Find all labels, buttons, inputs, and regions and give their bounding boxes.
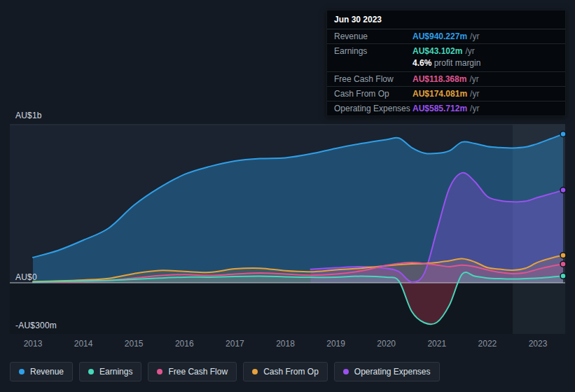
- legend-item-cash-from-op[interactable]: Cash From Op: [243, 362, 328, 382]
- legend-item-earnings[interactable]: Earnings: [79, 362, 141, 382]
- tooltip-row-cash-from-op: Cash From OpAU$174.081m/yr: [327, 86, 565, 101]
- free-cash-flow-endpoint-marker[interactable]: [560, 261, 566, 267]
- legend-label: Cash From Op: [263, 367, 319, 377]
- y-axis-label-neg300m: -AU$300m: [15, 321, 57, 330]
- operating-expenses-endpoint-marker[interactable]: [560, 188, 566, 193]
- legend-color-dot: [252, 369, 258, 374]
- x-axis-label-2014: 2014: [67, 339, 100, 349]
- x-axis-label-2013: 2013: [16, 339, 50, 349]
- tooltip-metric-value: AU$43.102m: [413, 46, 462, 57]
- plot-bg-negative: [10, 283, 565, 334]
- tooltip-row-revenue: RevenueAU$940.227m/yr: [327, 29, 565, 43]
- profit-margin-label: profit margin: [431, 58, 480, 68]
- tooltip-metric-suffix: /yr: [469, 74, 478, 85]
- tooltip-profit-margin: 4.6% profit margin: [327, 58, 565, 71]
- legend-label: Free Cash Flow: [168, 367, 228, 377]
- chart-tooltip: Jun 30 2023 RevenueAU$940.227m/yrEarning…: [326, 10, 566, 116]
- x-axis-label-2017: 2017: [218, 339, 251, 349]
- tooltip-metric-value: AU$940.227m: [413, 31, 467, 42]
- tooltip-row-operating-expenses: Operating ExpensesAU$585.712m/yr: [327, 101, 565, 115]
- y-axis-label-1b: AU$1b: [15, 111, 42, 120]
- tooltip-rows: RevenueAU$940.227m/yrEarningsAU$43.102m/…: [327, 29, 565, 115]
- tooltip-metric-suffix: /yr: [470, 89, 479, 99]
- x-axis-label-2023: 2023: [521, 339, 555, 349]
- tooltip-metric-label: Free Cash Flow: [334, 74, 413, 85]
- x-axis-label-2015: 2015: [117, 339, 151, 349]
- profit-margin-value: 4.6%: [413, 58, 431, 68]
- chart-legend: RevenueEarningsFree Cash FlowCash From O…: [10, 362, 440, 382]
- x-axis-label-2021: 2021: [420, 339, 454, 349]
- tooltip-metric-label: Operating Expenses: [334, 104, 413, 114]
- legend-label: Earnings: [99, 367, 132, 377]
- tooltip-row-earnings: EarningsAU$43.102m/yr: [327, 43, 565, 58]
- legend-color-dot: [19, 369, 25, 374]
- tooltip-metric-label: Earnings: [334, 46, 413, 57]
- tooltip-metric-value: AU$174.081m: [413, 89, 467, 99]
- tooltip-metric-suffix: /yr: [470, 104, 479, 114]
- tooltip-date: Jun 30 2023: [327, 10, 565, 29]
- tooltip-metric-value: AU$585.712m: [413, 104, 467, 114]
- legend-item-operating-expenses[interactable]: Operating Expenses: [334, 362, 440, 382]
- x-axis-label-2019: 2019: [319, 339, 353, 349]
- tooltip-metric-label: Revenue: [334, 31, 413, 42]
- legend-color-dot: [157, 369, 162, 374]
- earnings-endpoint-marker[interactable]: [560, 273, 566, 279]
- legend-color-dot: [343, 369, 349, 374]
- tooltip-row-free-cash-flow: Free Cash FlowAU$118.368m/yr: [327, 71, 565, 86]
- x-axis-label-2020: 2020: [370, 339, 403, 349]
- tooltip-metric-suffix: /yr: [470, 31, 479, 42]
- y-axis-label-zero: AU$0: [15, 272, 37, 282]
- x-axis-label-2018: 2018: [269, 339, 303, 349]
- tooltip-metric-suffix: /yr: [465, 46, 474, 57]
- tooltip-metric-value: AU$118.368m: [413, 74, 466, 85]
- stock-financials-chart: AU$1b AU$0 -AU$300m 20132014201520162017…: [0, 0, 575, 392]
- revenue-endpoint-marker[interactable]: [560, 132, 566, 137]
- legend-color-dot: [88, 369, 94, 374]
- x-axis-label-2022: 2022: [471, 339, 504, 349]
- legend-label: Operating Expenses: [354, 367, 431, 377]
- tooltip-metric-label: Cash From Op: [334, 89, 413, 99]
- legend-label: Revenue: [30, 367, 64, 377]
- legend-item-free-cash-flow[interactable]: Free Cash Flow: [148, 362, 237, 382]
- legend-item-revenue[interactable]: Revenue: [10, 362, 73, 382]
- cash-from-op-endpoint-marker[interactable]: [560, 253, 566, 258]
- x-axis-label-2016: 2016: [167, 339, 201, 349]
